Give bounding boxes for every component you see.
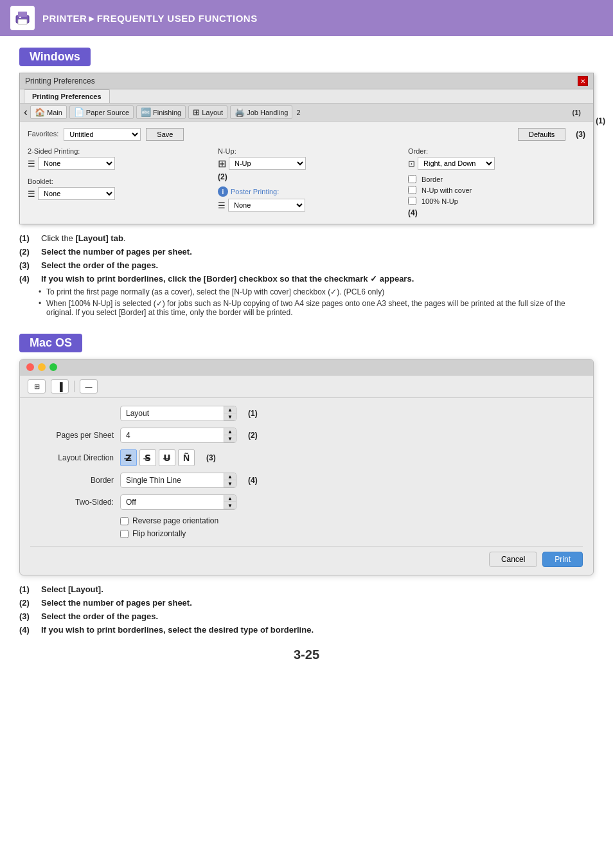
nup-select[interactable]: N-Up bbox=[229, 157, 306, 170]
page-header: PRINTER►FREQUENTLY USED FUNCTIONS bbox=[0, 0, 613, 36]
mac-cancel-button[interactable]: Cancel bbox=[489, 552, 537, 567]
order-row: ⊡ Right, and Down bbox=[408, 157, 585, 170]
win-bullets: To print the first page normally (as a c… bbox=[39, 287, 594, 317]
win-middle-col: N-Up: ⊞ N-Up (2) i Poster Printing: bbox=[218, 147, 395, 217]
mac-border-stepper-down[interactable]: ▼ bbox=[224, 480, 236, 487]
booklet-select[interactable]: None bbox=[38, 187, 115, 200]
mac-instr-2: (2) Select the number of pages per sheet… bbox=[19, 598, 594, 608]
nup-100-checkbox[interactable] bbox=[408, 197, 416, 205]
poster-info: i Poster Printing: bbox=[218, 186, 395, 197]
callout-2: (2) bbox=[218, 172, 395, 181]
mac-dialog-wrapper: ⊞ ▐ — Layout ▲ ▼ (1) Pages per S bbox=[0, 359, 613, 575]
callout-1-pos: (1) bbox=[596, 116, 605, 125]
mac-layout-select[interactable]: Layout ▲ ▼ bbox=[120, 406, 236, 421]
mac-twosided-stepper-up[interactable]: ▲ bbox=[224, 495, 236, 502]
mac-layout-row: Layout ▲ ▼ (1) bbox=[30, 406, 583, 421]
win-main-controls: 2-Sided Printing: ☰ None Booklet: ☰ None bbox=[28, 147, 585, 217]
favorites-select[interactable]: Untitled bbox=[64, 128, 141, 141]
win-instr-1: (1) Click the [Layout] tab. bbox=[19, 233, 594, 243]
tab-layout[interactable]: ⊞ Layout bbox=[188, 105, 227, 119]
mac-print-button[interactable]: Print bbox=[542, 552, 583, 567]
callout-4: (4) bbox=[408, 208, 418, 217]
windows-dialog: Printing Preferences ✕ Printing Preferen… bbox=[19, 73, 594, 224]
mac-border-stepper[interactable]: ▲ ▼ bbox=[224, 473, 236, 487]
win-dialog-title: Printing Preferences bbox=[25, 77, 95, 86]
mac-icon-btn-3[interactable]: — bbox=[80, 379, 98, 393]
win-instr-4: (4) If you wish to print borderlines, cl… bbox=[19, 274, 594, 284]
booklet-row: ☰ None bbox=[28, 187, 205, 200]
dir-icon-u[interactable]: U̶ bbox=[159, 449, 175, 466]
win-nav-left[interactable]: ‹ bbox=[24, 105, 28, 119]
dir-icon-n[interactable]: Ñ bbox=[178, 449, 195, 466]
mac-pages-select[interactable]: 4 ▲ ▼ bbox=[120, 428, 236, 443]
mac-stepper-down[interactable]: ▼ bbox=[224, 413, 236, 420]
mac-instr-num-2: (2) bbox=[19, 598, 39, 608]
mac-title-bar bbox=[20, 359, 593, 375]
mac-reverse-checkbox[interactable] bbox=[120, 517, 129, 525]
mac-reverse-row: Reverse page orientation bbox=[120, 516, 583, 525]
win-right-col: Order: ⊡ Right, and Down Border bbox=[408, 147, 585, 217]
mac-twosided-stepper-down[interactable]: ▼ bbox=[224, 502, 236, 509]
tab-paper-source[interactable]: 📄 Paper Source bbox=[69, 105, 134, 119]
mac-pages-stepper[interactable]: ▲ ▼ bbox=[224, 428, 236, 442]
win-left-col: 2-Sided Printing: ☰ None Booklet: ☰ None bbox=[28, 147, 205, 217]
mac-callout-1: (1) bbox=[248, 409, 258, 418]
tab-job-handling[interactable]: 🖨️ Job Handling bbox=[230, 105, 292, 119]
defaults-button[interactable]: Defaults bbox=[518, 128, 565, 141]
order-select[interactable]: Right, and Down bbox=[418, 157, 495, 170]
tab-main[interactable]: 🏠 Main bbox=[30, 105, 67, 119]
win-content: Favorites: Untitled Save Defaults (3) 2-… bbox=[20, 122, 593, 224]
page-number: 3-25 bbox=[0, 647, 613, 662]
mac-icon-btn-2[interactable]: ▐ bbox=[51, 379, 69, 393]
mac-instructions: (1) Select [Layout]. (2) Select the numb… bbox=[19, 584, 594, 635]
mac-twosided-row: Two-Sided: Off ▲ ▼ bbox=[30, 494, 583, 510]
svg-rect-2 bbox=[18, 19, 27, 24]
mac-border-stepper-up[interactable]: ▲ bbox=[224, 473, 236, 480]
nup-cover-checkbox[interactable] bbox=[408, 186, 416, 194]
two-sided-select[interactable]: None bbox=[38, 157, 115, 170]
win-close-button[interactable]: ✕ bbox=[578, 76, 588, 86]
mac-top-controls: ⊞ ▐ — bbox=[20, 375, 593, 398]
mac-instr-3: (3) Select the order of the pages. bbox=[19, 611, 594, 621]
mac-max-btn[interactable] bbox=[49, 363, 57, 371]
two-sided-row: ☰ None bbox=[28, 157, 205, 170]
win-instr-text-1: Click the [Layout] tab. bbox=[41, 233, 125, 243]
tab-finishing[interactable]: 🔤 Finishing bbox=[136, 105, 186, 119]
mac-pages-stepper-down[interactable]: ▼ bbox=[224, 435, 236, 442]
mac-content: Layout ▲ ▼ (1) Pages per Sheet 4 ▲ ▼ bbox=[20, 398, 593, 575]
dir-icon-z[interactable]: Z̶ bbox=[120, 449, 137, 466]
mac-layout-stepper[interactable]: ▲ ▼ bbox=[224, 406, 236, 420]
tab-printing-prefs[interactable]: Printing Preferences bbox=[24, 89, 110, 103]
mac-close-btn[interactable] bbox=[26, 363, 34, 371]
printer-icon bbox=[10, 6, 35, 30]
mac-twosided-select[interactable]: Off ▲ ▼ bbox=[120, 494, 236, 510]
win-favorites-row: Favorites: Untitled Save Defaults (3) bbox=[28, 128, 585, 141]
mac-border-select[interactable]: Single Thin Line ▲ ▼ bbox=[120, 473, 236, 488]
poster-select[interactable]: None bbox=[228, 199, 305, 212]
dir-icon-s[interactable]: S̶ bbox=[139, 449, 156, 466]
mac-section-label: Mac OS bbox=[19, 334, 82, 352]
tab-num2: 2 bbox=[296, 109, 300, 116]
mac-min-btn[interactable] bbox=[38, 363, 46, 371]
mac-instr-text-4: If you wish to print borderlines, select… bbox=[41, 625, 314, 635]
nup-cover-row: N-Up with cover bbox=[408, 186, 585, 194]
win-bullet-2: When [100% N-Up] is selected (✓) for job… bbox=[39, 299, 594, 317]
mac-stepper-up[interactable]: ▲ bbox=[224, 406, 236, 413]
win-instr-num-2: (2) bbox=[19, 247, 39, 257]
mac-flip-checkbox[interactable] bbox=[120, 530, 129, 538]
border-checkbox[interactable] bbox=[408, 175, 416, 183]
save-button[interactable]: Save bbox=[146, 128, 184, 141]
svg-rect-3 bbox=[19, 17, 21, 18]
mac-icon-btn-1[interactable]: ⊞ bbox=[28, 379, 46, 393]
windows-dialog-wrapper: Printing Preferences ✕ Printing Preferen… bbox=[0, 73, 613, 224]
mac-twosided-stepper[interactable]: ▲ ▼ bbox=[224, 495, 236, 509]
mac-flip-row: Flip horizontally bbox=[120, 529, 583, 538]
mac-instr-text-2: Select the number of pages per sheet. bbox=[41, 598, 192, 608]
mac-dialog: ⊞ ▐ — Layout ▲ ▼ (1) Pages per S bbox=[19, 359, 594, 575]
mac-border-label: Border bbox=[30, 476, 114, 485]
windows-section-label: Windows bbox=[19, 48, 91, 66]
nup-row: ⊞ N-Up bbox=[218, 157, 395, 170]
callout-3: (3) bbox=[576, 130, 585, 139]
mac-callout-4: (4) bbox=[248, 476, 258, 485]
mac-pages-stepper-up[interactable]: ▲ bbox=[224, 428, 236, 435]
